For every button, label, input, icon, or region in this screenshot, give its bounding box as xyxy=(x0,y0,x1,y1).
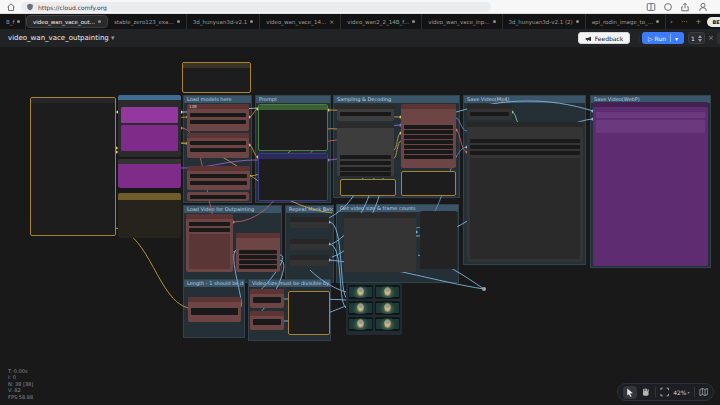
feedback-button[interactable]: Feedback xyxy=(578,32,630,44)
increment-icon[interactable] xyxy=(698,35,702,38)
unsaved-dot-icon xyxy=(656,20,659,23)
node-preview-small-3[interactable] xyxy=(288,291,330,335)
chevron-down-icon: ▾ xyxy=(688,390,690,395)
workflow-tab[interactable]: B_f xyxy=(0,14,26,29)
cursor-icon xyxy=(626,388,635,397)
node-model-loader-4[interactable] xyxy=(187,192,249,201)
close-tab-icon[interactable]: × xyxy=(329,18,334,25)
tab-overflow-chevron-icon[interactable]: › xyxy=(666,14,677,29)
play-icon: ▷ xyxy=(648,35,653,42)
workflow-tab[interactable]: stable_zero123_exa... xyxy=(108,14,187,29)
node-length-int[interactable] xyxy=(188,297,241,322)
video-thumb-area xyxy=(189,234,230,269)
node-create-video[interactable] xyxy=(467,104,512,120)
frame-thumbnail xyxy=(348,317,373,331)
node-load-video[interactable] xyxy=(186,214,233,272)
decrement-icon[interactable] xyxy=(698,39,702,42)
node-get-video-components[interactable] xyxy=(344,213,416,272)
unsaved-dot-icon xyxy=(412,20,415,23)
site-permissions-icon[interactable] xyxy=(26,3,34,11)
frame-thumbnail xyxy=(348,285,373,299)
fit-view-icon[interactable] xyxy=(660,387,670,397)
node-vace-to-video[interactable] xyxy=(337,123,394,176)
node-frames-preview[interactable] xyxy=(346,283,402,335)
node-save-animated-webp[interactable] xyxy=(593,102,708,266)
unsaved-dot-icon xyxy=(250,20,253,23)
node-video-info[interactable] xyxy=(236,233,280,272)
profile-icon[interactable] xyxy=(698,2,708,12)
divider xyxy=(655,387,656,397)
beta-badge: BETA xyxy=(707,17,720,27)
workflow-tab-bar: B_f video_wan_vace_out... stable_zero123… xyxy=(0,14,720,29)
node-preview-small-1[interactable] xyxy=(340,179,396,196)
home-icon[interactable] xyxy=(6,2,16,12)
node-math-2[interactable] xyxy=(290,239,329,250)
megaphone-icon xyxy=(585,35,592,42)
node-negative-prompt[interactable] xyxy=(258,153,328,201)
workflow-tab-active[interactable]: video_wan_vace_out... xyxy=(26,15,108,28)
share-icon[interactable] xyxy=(680,2,690,12)
video-preview-area xyxy=(470,158,580,259)
workflow-menu-bar: video_wan_vace_outpainting ▾ Feedback ⋮ … xyxy=(0,29,720,47)
node-small-gray[interactable] xyxy=(337,104,394,121)
divider xyxy=(670,34,671,42)
node-width-int[interactable] xyxy=(250,289,284,308)
pan-hand-icon[interactable] xyxy=(641,387,651,397)
close-icon[interactable]: × xyxy=(708,34,714,42)
divider xyxy=(694,387,695,397)
node-sampler[interactable] xyxy=(401,104,456,168)
copilot-icon[interactable] xyxy=(663,2,673,12)
node-preview-selected[interactable] xyxy=(30,97,116,236)
frame-thumbnail xyxy=(375,301,400,315)
workflow-tab[interactable]: video_wan2_2_14B_f... xyxy=(341,14,422,29)
node-model-loader-3[interactable] xyxy=(187,166,250,190)
frame-thumbnail xyxy=(348,301,373,315)
url-text: https://cloud.comfy.org xyxy=(38,4,107,11)
node-math-3[interactable] xyxy=(290,255,329,266)
workflow-tab[interactable]: video_wan_vace_inp... xyxy=(422,14,502,29)
view-toolbar: 42% ▾ xyxy=(617,383,714,401)
unsaved-dot-icon xyxy=(17,20,20,23)
batch-count-stepper[interactable]: 1 xyxy=(688,32,705,44)
unsaved-dot-icon xyxy=(177,20,180,23)
node-save-video-mp4[interactable] xyxy=(467,122,583,262)
workflow-tab[interactable]: 3d_hunyuan3d-v2.1 (2) xyxy=(503,14,586,29)
comfyui-cloud-window: https://cloud.comfy.org B_f video_wan_va… xyxy=(0,0,720,405)
perf-stats: T: 0.00s I: 0 N: 38 [38] V: 82 FPS:58.88 xyxy=(8,368,33,400)
select-tool-button[interactable] xyxy=(623,386,637,399)
node-olive-header[interactable] xyxy=(118,193,181,238)
workflow-tab[interactable]: video_wan_vace_14...× xyxy=(260,14,341,29)
frame-thumbnail xyxy=(375,317,400,331)
run-button[interactable]: ▷ Run ▾ xyxy=(642,32,684,44)
node-model-loader-1[interactable]: 14B xyxy=(187,104,249,131)
workflow-name-menu[interactable]: video_wan_vace_outpainting ▾ xyxy=(8,34,115,42)
new-tab-button[interactable]: + xyxy=(692,14,706,29)
browser-address-bar: https://cloud.comfy.org xyxy=(0,0,720,14)
node-collapsed-selected[interactable] xyxy=(182,62,251,93)
node-purple-widgets[interactable] xyxy=(118,95,181,157)
node-purple-widget-single[interactable] xyxy=(118,159,181,188)
node-dark-panel[interactable] xyxy=(420,211,457,269)
node-model-loader-2[interactable] xyxy=(187,133,249,158)
chevron-down-icon: ▾ xyxy=(111,34,115,42)
unsaved-dot-icon xyxy=(493,20,496,23)
node-math-1[interactable] xyxy=(290,217,329,228)
tab-more-menu-icon[interactable]: ··· xyxy=(677,14,692,29)
minimap-icon[interactable] xyxy=(699,387,709,397)
unsaved-dot-icon xyxy=(576,20,579,23)
run-dropdown-chevron-icon[interactable]: ▾ xyxy=(675,35,678,42)
node-positive-prompt[interactable] xyxy=(258,104,328,151)
node-height-int[interactable] xyxy=(250,311,284,330)
workflow-tab[interactable]: 3d_hunyuan3d-v2.1 xyxy=(187,14,261,29)
node-preview-small-2[interactable] xyxy=(401,171,456,196)
url-field[interactable]: https://cloud.comfy.org xyxy=(21,2,491,12)
unsaved-dot-icon xyxy=(98,20,101,23)
frame-thumbnail xyxy=(375,285,400,299)
zoom-level-dropdown[interactable]: 42% ▾ xyxy=(673,389,689,396)
workflow-tab[interactable]: api_rodin_image_to_... xyxy=(586,14,666,29)
split-screen-icon[interactable] xyxy=(646,2,656,12)
